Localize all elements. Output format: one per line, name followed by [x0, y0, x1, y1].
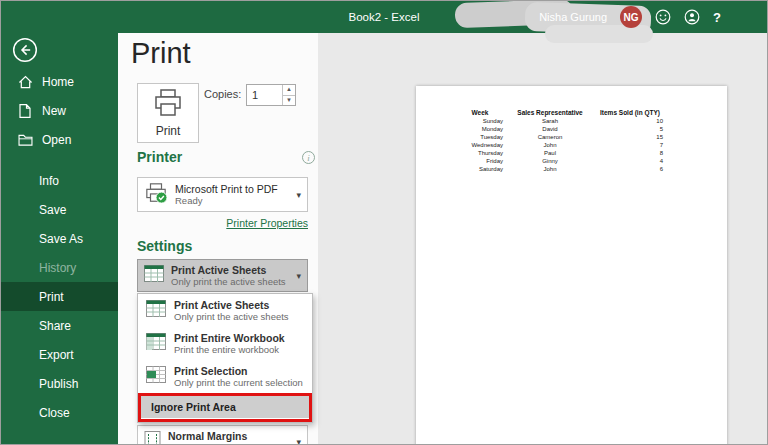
table-row: Friday Ginny 4: [454, 157, 666, 165]
table-cell: John: [506, 165, 594, 173]
print-what-select-text: Print Active Sheets Only print the activ…: [171, 264, 289, 288]
sidebar-item-label: Close: [39, 406, 70, 420]
table-cell: Monday: [454, 125, 506, 133]
table-row: Sunday Sarah 10: [454, 117, 666, 125]
table-row: Tuesday Cameron 15: [454, 133, 666, 141]
sidebar-item-label: Home: [42, 75, 74, 89]
printer-name: Microsoft Print to PDF: [175, 183, 289, 196]
menu-item-subtitle: Only print the current selection: [174, 377, 303, 388]
sidebar-item-label: Save As: [39, 232, 83, 246]
print-backstage: Week Sales Representative Items Sold (in…: [118, 33, 767, 444]
table-row: Saturday John 6: [454, 165, 666, 173]
col-header-sales-rep: Sales Representative: [506, 108, 594, 117]
account-icon[interactable]: [684, 9, 700, 25]
back-button[interactable]: [12, 37, 38, 63]
table-cell: Sunday: [454, 117, 506, 125]
table-header-row: Week Sales Representative Items Sold (in…: [454, 108, 666, 117]
sidebar-item-label: Open: [42, 133, 71, 147]
copies-label: Copies:: [204, 88, 241, 100]
titlebar: Book2 - Excel Nisha Gurung NG ?: [1, 1, 767, 33]
table-cell: John: [506, 141, 594, 149]
menu-item-print-entire-workbook[interactable]: Print Entire Workbook Print the entire w…: [138, 327, 312, 360]
help-icon[interactable]: ?: [713, 10, 721, 25]
sidebar-item-label: Publish: [39, 377, 78, 391]
info-icon[interactable]: i: [302, 151, 315, 164]
sidebar-item-print[interactable]: Print: [1, 282, 118, 311]
chevron-down-icon: ▾: [296, 271, 301, 281]
col-header-items-sold: Items Sold (in QTY): [594, 108, 666, 117]
table-cell: 4: [594, 157, 666, 165]
margins-select[interactable]: Normal Margins Top: 0.75" Bottom: 0.75" …: [137, 425, 308, 444]
sidebar-item-save[interactable]: Save: [1, 195, 118, 224]
new-file-icon: [17, 104, 33, 118]
printer-section-heading: Printer: [137, 149, 182, 165]
menu-item-subtitle: Print the entire workbook: [174, 344, 285, 355]
sidebar-item-export[interactable]: Export: [1, 340, 118, 369]
print-entire-workbook-icon: [146, 333, 166, 354]
chevron-down-icon: ▾: [296, 190, 301, 200]
print-preview-pane: Week Sales Representative Items Sold (in…: [318, 33, 767, 444]
table-cell: 5: [594, 125, 666, 133]
menu-item-text: Print Selection Only print the current s…: [174, 365, 303, 389]
user-name[interactable]: Nisha Gurung: [539, 11, 607, 23]
sidebar-item-label: History: [39, 261, 76, 275]
table-row: Monday David 5: [454, 125, 666, 133]
sidebar-item-new[interactable]: New: [1, 96, 118, 125]
menu-item-print-active-sheets[interactable]: Print Active Sheets Only print the activ…: [138, 294, 312, 327]
sidebar-divider: [1, 154, 118, 166]
smiley-icon[interactable]: [655, 9, 671, 25]
preview-page: Week Sales Representative Items Sold (in…: [416, 86, 727, 444]
table-cell: Sarah: [506, 117, 594, 125]
table-cell: Cameron: [506, 133, 594, 141]
avatar[interactable]: NG: [620, 6, 642, 28]
margins-title: Normal Margins: [168, 430, 289, 443]
menu-item-print-selection[interactable]: Print Selection Only print the current s…: [138, 360, 312, 393]
printer-select[interactable]: Microsoft Print to PDF Ready ▾: [137, 177, 308, 212]
settings-section-heading: Settings: [137, 238, 192, 254]
print-active-sheets-icon: [146, 300, 166, 321]
print-what-select[interactable]: Print Active Sheets Only print the activ…: [137, 259, 308, 292]
printer-status: Ready: [175, 195, 289, 206]
sidebar-item-open[interactable]: Open: [1, 125, 118, 154]
margins-icon: [144, 431, 161, 445]
sidebar-item-publish[interactable]: Publish: [1, 369, 118, 398]
decrement-button[interactable]: ▼: [283, 96, 295, 106]
preview-table: Week Sales Representative Items Sold (in…: [454, 108, 666, 173]
table-row: Thursday Paul 8: [454, 149, 666, 157]
col-header-week: Week: [454, 108, 506, 117]
margins-subtitle: Top: 0.75" Bottom: 0.75" Lef...: [168, 443, 289, 444]
active-sheets-icon: [144, 265, 164, 286]
table-cell: David: [506, 125, 594, 133]
table-row: Wednesday John 7: [454, 141, 666, 149]
sidebar-item-label: Print: [39, 290, 64, 304]
copies-input[interactable]: [247, 85, 282, 105]
sidebar-item-label: Share: [39, 319, 71, 333]
table-cell: 8: [594, 149, 666, 157]
print-button-label: Print: [156, 124, 181, 138]
sidebar-item-info[interactable]: Info: [1, 166, 118, 195]
margins-select-text: Normal Margins Top: 0.75" Bottom: 0.75" …: [168, 430, 289, 444]
menu-item-subtitle: Only print the active sheets: [174, 311, 289, 322]
menu-item-text: Print Entire Workbook Print the entire w…: [174, 332, 285, 356]
table-cell: 15: [594, 133, 666, 141]
copies-stepper: ▲ ▼: [246, 84, 296, 106]
sidebar-item-home[interactable]: Home: [1, 67, 118, 96]
menu-item-ignore-print-area[interactable]: Ignore Print Area: [141, 396, 309, 418]
printer-properties-link[interactable]: Printer Properties: [137, 217, 308, 229]
table-cell: Friday: [454, 157, 506, 165]
print-button[interactable]: Print: [137, 83, 199, 143]
printer-icon: [152, 88, 184, 121]
table-cell: 10: [594, 117, 666, 125]
sidebar-item-label: Info: [39, 174, 59, 188]
chevron-down-icon: ▾: [296, 437, 301, 444]
increment-button[interactable]: ▲: [283, 85, 295, 96]
backstage-sidebar: Home New Open Info Save Save As History …: [1, 33, 118, 444]
sidebar-item-share[interactable]: Share: [1, 311, 118, 340]
print-what-subtitle: Only print the active sheets: [171, 276, 289, 287]
sidebar-item-close[interactable]: Close: [1, 398, 118, 427]
menu-item-text: Print Active Sheets Only print the activ…: [174, 299, 289, 323]
table-cell: 6: [594, 165, 666, 173]
sidebar-item-label: Save: [39, 203, 66, 217]
sidebar-item-save-as[interactable]: Save As: [1, 224, 118, 253]
page-title: Print: [131, 33, 191, 73]
